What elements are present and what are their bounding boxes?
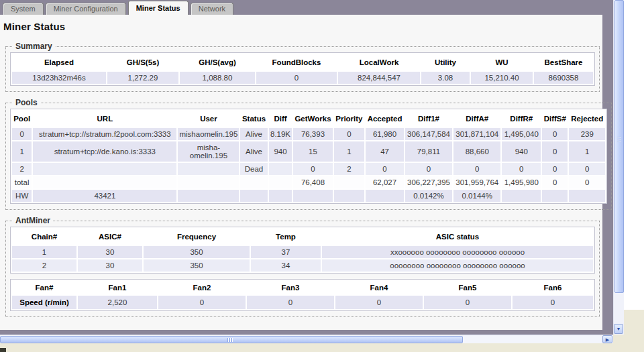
cell-ghs-5s: 1,272.29 bbox=[107, 72, 178, 84]
summary-legend: Summary bbox=[13, 42, 55, 51]
column-header: WU bbox=[471, 54, 533, 70]
column-header: Frequency bbox=[144, 229, 250, 245]
column-header: DiffA# bbox=[453, 111, 500, 127]
cell-frequency: 350 bbox=[144, 259, 250, 272]
tab-network[interactable]: Network bbox=[191, 3, 233, 15]
cell bbox=[240, 190, 267, 202]
cell bbox=[334, 176, 365, 188]
cell: 61,980 bbox=[366, 128, 404, 140]
cell bbox=[240, 176, 267, 188]
cell-fan4-speed: 0 bbox=[335, 296, 423, 309]
cell-asic-status: xxoooooo oooooooo oooooooo oooooo bbox=[322, 246, 593, 258]
column-header: Elapsed bbox=[12, 54, 106, 70]
cell: 1,495,040 bbox=[502, 128, 541, 140]
scroll-right-button[interactable]: ▶ bbox=[602, 335, 612, 343]
cell: 76,408 bbox=[293, 176, 332, 188]
antminer-legend: AntMiner bbox=[13, 216, 53, 225]
miner-status-page: Miner Status Summary Elapsed GH/S(5s) GH… bbox=[0, 15, 602, 330]
column-header: DiffR# bbox=[502, 111, 541, 127]
cell-asic-count: 30 bbox=[78, 259, 142, 272]
column-header: Fan4 bbox=[335, 281, 423, 294]
pool-status: Alive bbox=[240, 128, 267, 140]
pool-url: stratum+tcp://stratum.f2pool.com:3333 bbox=[33, 128, 176, 140]
cell-elapsed: 13d23h32m46s bbox=[12, 72, 106, 84]
cell bbox=[269, 190, 292, 202]
column-header: URL bbox=[33, 111, 176, 127]
cell-utility: 3.08 bbox=[421, 72, 470, 84]
column-header: DiffS# bbox=[542, 111, 568, 127]
column-header: Diff1# bbox=[405, 111, 452, 127]
cell: 0.0142% bbox=[405, 190, 452, 202]
pools-table: Pool URL User Status Diff GetWorks Prior… bbox=[10, 109, 607, 204]
cell: 0 bbox=[542, 163, 568, 175]
column-header: Fan3 bbox=[247, 281, 334, 294]
column-header: Diff bbox=[269, 111, 292, 127]
cell: 0.0144% bbox=[453, 190, 500, 202]
column-header: GH/S(avg) bbox=[180, 54, 255, 70]
column-header: LocalWork bbox=[338, 54, 420, 70]
cell: 0 bbox=[366, 163, 404, 175]
cell-asic-status: oooooooo oooooooo oooooooo oooooo bbox=[322, 259, 593, 272]
antminer-section: AntMiner Chain# ASIC# Frequency Temp ASI… bbox=[5, 216, 600, 317]
cell: 2 bbox=[12, 163, 32, 175]
pools-header-row: Pool URL User Status Diff GetWorks Prior… bbox=[12, 111, 605, 127]
cell bbox=[542, 190, 568, 202]
column-header: Fan1 bbox=[78, 281, 157, 294]
column-header: Fan6 bbox=[513, 281, 593, 294]
pool-row-1: 1 stratum+tcp://de.kano.is:3333 misha-om… bbox=[12, 141, 605, 162]
column-header: Fan5 bbox=[424, 281, 511, 294]
column-header: GH/S(5s) bbox=[107, 54, 178, 70]
column-header: Pool bbox=[12, 111, 32, 127]
cell: 301,959,764 bbox=[453, 176, 500, 188]
cell-bestshare: 8690358 bbox=[534, 72, 593, 84]
cell: 47 bbox=[366, 141, 404, 162]
cell-frequency: 350 bbox=[144, 246, 250, 258]
cell-asic-count: 30 bbox=[78, 246, 142, 258]
cell-fan2-speed: 0 bbox=[158, 296, 246, 309]
column-header: Accepted bbox=[366, 111, 404, 127]
pool-row-hw: HW 43421 0.0142% 0.0144% bbox=[12, 190, 605, 202]
column-header: ASIC# bbox=[78, 229, 142, 245]
pool-row-2: 2 Dead 0 2 0 0 0 0 0 0 bbox=[12, 163, 605, 175]
tab-miner-status[interactable]: Miner Status bbox=[128, 1, 189, 15]
fan-speed-label: Speed (r/min) bbox=[12, 296, 76, 309]
cell bbox=[178, 190, 239, 202]
tab-system[interactable]: System bbox=[3, 3, 44, 15]
cell: 306,147,584 bbox=[405, 128, 452, 140]
column-header: User bbox=[178, 111, 239, 127]
pool-user: misha-omelin.195 bbox=[178, 141, 239, 162]
cell bbox=[293, 190, 332, 202]
cell: 0 bbox=[569, 176, 605, 188]
background-window-strip bbox=[623, 0, 644, 310]
pools-section: Pools Pool URL User Status Diff GetWorks… bbox=[5, 98, 612, 210]
cell: 0 bbox=[12, 128, 32, 140]
column-header: ASIC status bbox=[322, 229, 593, 245]
cell bbox=[502, 190, 541, 202]
horizontal-scrollbar[interactable] bbox=[0, 335, 613, 343]
vertical-scrollbar-thumb[interactable] bbox=[614, 0, 624, 293]
scroll-down-button[interactable]: ▼ bbox=[614, 324, 623, 334]
horizontal-scrollbar-thumb[interactable] bbox=[0, 336, 463, 343]
cell-foundblocks: 0 bbox=[256, 72, 337, 84]
pool-row-0: 0 stratum+tcp://stratum.f2pool.com:3333 … bbox=[12, 128, 605, 140]
tab-miner-configuration[interactable]: Miner Configuration bbox=[46, 3, 126, 15]
cell-temp: 34 bbox=[251, 259, 321, 272]
cell: 1 bbox=[569, 141, 605, 162]
cell-fan3-speed: 0 bbox=[247, 296, 334, 309]
column-header: FoundBlocks bbox=[256, 54, 337, 70]
cell: 239 bbox=[569, 128, 605, 140]
chains-table: Chain# ASIC# Frequency Temp ASIC status … bbox=[10, 227, 595, 274]
column-header: Priority bbox=[334, 111, 365, 127]
chains-header-row: Chain# ASIC# Frequency Temp ASIC status bbox=[12, 229, 593, 245]
vertical-scrollbar[interactable] bbox=[613, 0, 624, 335]
cell-fan5-speed: 0 bbox=[424, 296, 511, 309]
cell: 0 bbox=[542, 176, 568, 188]
summary-header-row: Elapsed GH/S(5s) GH/S(avg) FoundBlocks L… bbox=[12, 54, 593, 70]
summary-section: Summary Elapsed GH/S(5s) GH/S(avg) Found… bbox=[5, 42, 600, 92]
chain-row-2: 2 30 350 34 oooooooo oooooooo oooooooo o… bbox=[12, 259, 593, 272]
pool-status: Alive bbox=[240, 141, 267, 162]
column-header: Utility bbox=[421, 54, 470, 70]
chain-row-1: 1 30 350 37 xxoooooo oooooooo oooooooo o… bbox=[12, 246, 593, 258]
column-header: Status bbox=[240, 111, 267, 127]
cell-fan1-speed: 2,520 bbox=[78, 296, 157, 309]
